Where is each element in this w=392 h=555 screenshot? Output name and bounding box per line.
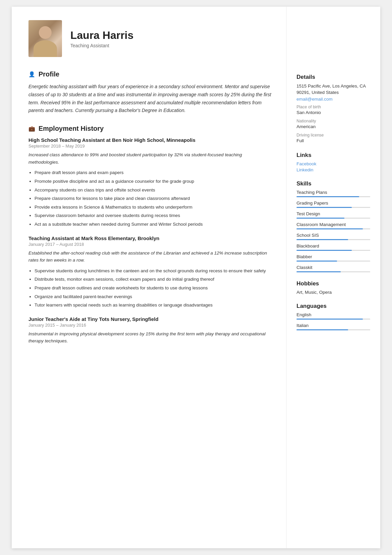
job-1-desc: Increased class attendance to 99% and bo… — [28, 151, 273, 166]
list-item: Supervise classroom behavior and oversee… — [35, 212, 273, 219]
lang-italian: Italian — [297, 323, 370, 330]
profile-text: Energetic teaching assistant with four y… — [28, 83, 273, 115]
job-3-title: Junior Teacher's Aide at Tiny Tots Nurse… — [28, 316, 273, 322]
nationality-label: Nationality — [297, 119, 370, 123]
job-1: High School Teaching Assistant at Ben No… — [28, 137, 273, 228]
skill-blackboard: Blackboard — [297, 243, 370, 251]
job-2-bullets: Supervise students during lunchtimes in … — [28, 267, 273, 309]
profile-section-title: 👤 Profile — [28, 70, 273, 78]
links-section: Links Facebook Linkedin — [297, 152, 370, 172]
candidate-name: Laura Harris — [70, 29, 134, 42]
hobbies-text: Art, Music, Opera — [297, 290, 370, 295]
job-1-bullets: Prepare draft lesson plans and exam pape… — [28, 169, 273, 228]
address-line2: 90291, United States — [297, 90, 370, 96]
links-title: Links — [297, 152, 370, 159]
employment-icon: 💼 — [28, 125, 35, 132]
header-info: Laura Harris Teaching Assistant — [70, 29, 134, 48]
skill-bar-fill — [297, 329, 348, 330]
email-link[interactable]: email@email.com — [297, 97, 332, 102]
employment-section-title: 💼 Employment History — [28, 125, 273, 132]
job-2-desc: Established the after-school reading clu… — [28, 249, 273, 264]
list-item: Tutor learners with special needs such a… — [35, 301, 273, 309]
skill-bar-bg — [297, 239, 370, 240]
skill-name: Classroom Management — [297, 222, 370, 227]
driving-value: Full — [297, 138, 370, 144]
linkedin-link[interactable]: Linkedin — [297, 167, 370, 172]
list-item: Promote positive discipline and act as a… — [35, 178, 273, 185]
job-2: Teaching Assistant at Mark Ross Elementa… — [28, 235, 273, 309]
skill-bar-fill — [297, 261, 337, 262]
list-item: Supervise students during lunchtimes in … — [35, 267, 273, 275]
skill-classkit: Classkit — [297, 265, 370, 272]
job-3-desc: Instrumental in improving physical devel… — [28, 330, 273, 345]
address-line1: 1515 Pacific Ave, Los Angeles, CA — [297, 83, 370, 90]
skill-bar-fill — [297, 271, 341, 272]
skill-bar-fill — [297, 239, 348, 240]
job-1-dates: September 2018 – May 2019 — [28, 144, 273, 149]
skill-bar-bg — [297, 261, 370, 262]
skill-bar-fill — [297, 207, 352, 208]
header: Laura Harris Teaching Assistant — [28, 20, 273, 57]
skill-name: Grading Papers — [297, 201, 370, 206]
hobbies-section: Hobbies Art, Music, Opera — [297, 280, 370, 295]
lang-name: English — [297, 312, 370, 317]
job-1-title: High School Teaching Assistant at Ben No… — [28, 137, 273, 143]
facebook-link[interactable]: Facebook — [297, 161, 370, 166]
lang-english: English — [297, 312, 370, 320]
place-of-birth-value: San Antonio — [297, 110, 370, 116]
skill-name: Blabber — [297, 254, 370, 259]
driving-label: Driving license — [297, 133, 370, 137]
skills-title: Skills — [297, 180, 370, 187]
skill-bar-bg — [297, 271, 370, 272]
avatar — [28, 20, 62, 57]
job-3: Junior Teacher's Aide at Tiny Tots Nurse… — [28, 316, 273, 345]
skills-section: Skills Teaching Plans Grading Papers Tes… — [297, 180, 370, 272]
list-item: Distribute tests, monitor exam sessions,… — [35, 276, 273, 283]
skill-bar-fill — [297, 218, 344, 219]
skill-name: Classkit — [297, 265, 370, 270]
list-item: Prepare draft lesson plans and exam pape… — [35, 169, 273, 176]
skill-bar-bg — [297, 228, 370, 229]
details-title: Details — [297, 74, 370, 80]
job-2-dates: January 2017 – August 2018 — [28, 242, 273, 247]
skill-bar-bg — [297, 250, 370, 251]
list-item: Prepare draft lesson outlines and create… — [35, 284, 273, 292]
left-column: Laura Harris Teaching Assistant 👤 Profil… — [12, 7, 286, 548]
resume-container: Laura Harris Teaching Assistant 👤 Profil… — [12, 7, 380, 548]
skill-bar-bg — [297, 329, 370, 330]
skill-blabber: Blabber — [297, 254, 370, 262]
skill-bar-fill — [297, 196, 359, 197]
skill-teaching-plans: Teaching Plans — [297, 190, 370, 197]
list-item: Prepare classrooms for lessons to take p… — [35, 195, 273, 202]
skill-school-sis: School SIS — [297, 233, 370, 240]
skill-name: Blackboard — [297, 243, 370, 248]
employment-section: 💼 Employment History High School Teachin… — [28, 125, 273, 345]
languages-title: Languages — [297, 303, 370, 310]
list-item: Organize and facilitated parent-teacher … — [35, 293, 273, 300]
details-section: Details 1515 Pacific Ave, Los Angeles, C… — [297, 74, 370, 144]
nationality-value: American — [297, 124, 370, 130]
list-item: Act as a substitute teacher when needed … — [35, 221, 273, 228]
place-of-birth-label: Place of birth — [297, 105, 370, 109]
skill-name: Teaching Plans — [297, 190, 370, 195]
skill-grading-papers: Grading Papers — [297, 201, 370, 208]
list-item: Provide extra lessons in Science & Mathe… — [35, 204, 273, 211]
skill-bar-bg — [297, 196, 370, 197]
avatar-image — [28, 20, 62, 57]
skill-bar-fill — [297, 228, 363, 229]
skill-bar-bg — [297, 218, 370, 219]
languages-section: Languages English Italian — [297, 303, 370, 330]
hobbies-title: Hobbies — [297, 280, 370, 287]
list-item: Accompany students on class trips and of… — [35, 186, 273, 194]
right-column: Details 1515 Pacific Ave, Los Angeles, C… — [286, 7, 380, 548]
skill-name: School SIS — [297, 233, 370, 238]
profile-section: 👤 Profile Energetic teaching assistant w… — [28, 70, 273, 115]
skill-bar-bg — [297, 207, 370, 208]
job-2-title: Teaching Assistant at Mark Ross Elementa… — [28, 235, 273, 241]
candidate-title: Teaching Assistant — [70, 43, 134, 48]
skill-bar-fill — [297, 250, 352, 251]
skill-classroom-management: Classroom Management — [297, 222, 370, 229]
skill-bar-fill — [297, 319, 363, 320]
job-3-dates: January 2015 – January 2016 — [28, 323, 273, 328]
skill-name: Test Design — [297, 211, 370, 216]
